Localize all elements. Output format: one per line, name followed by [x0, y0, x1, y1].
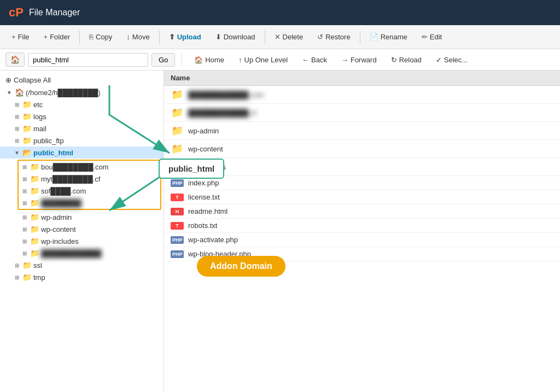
file-name: robots.txt [188, 221, 217, 230]
tree-item-wp-content[interactable]: ⊞ 📁 wp-content [0, 223, 164, 235]
nav-home-button[interactable]: 🏠 Home [189, 54, 230, 66]
expand-icon: ▼ [5, 90, 13, 96]
tree-item-blurred1[interactable]: ⊞ 📁 ████████████ [0, 247, 164, 259]
separator [79, 31, 80, 44]
tree-label: wp-content [41, 225, 76, 233]
expand-icon: ▼ [13, 150, 21, 156]
tree-item-addon2[interactable]: ⊞ 📁 myt████████.cf [19, 173, 160, 185]
move-icon: ↕ [126, 33, 130, 41]
tree-label: tmp [33, 273, 45, 282]
file-row[interactable]: T license.txt [164, 190, 560, 204]
new-folder-button[interactable]: + Folder [38, 30, 76, 44]
folder-icon: 📁 [22, 136, 32, 145]
separator [159, 31, 160, 44]
file-name: wp-admin [188, 127, 219, 135]
file-row[interactable]: T robots.txt [164, 219, 560, 233]
file-name: wp-activate.php [188, 236, 238, 244]
nav-up-button[interactable]: ↑ Up One Level [233, 54, 293, 66]
separator [182, 53, 182, 66]
file-row[interactable]: 📁 ████████████.com [164, 86, 560, 104]
file-row[interactable]: PHP index.php [164, 176, 560, 190]
back-icon: ← [302, 56, 309, 64]
nav-reload-button[interactable]: ↻ Reload [386, 54, 427, 66]
tree-item-addon3[interactable]: ⊞ 📁 sof████.com [19, 185, 160, 197]
file-row[interactable]: 📁 wp-content [164, 140, 560, 158]
expand-icon: ⊞ [13, 126, 21, 132]
address-input[interactable] [28, 53, 148, 67]
addon-domain-group: ⊞ 📁 bou████████.com ⊞ 📁 myt████████.cf ⊞… [18, 160, 161, 210]
expand-icon: ⊞ [21, 188, 28, 194]
folder-icon: 📁 [30, 162, 39, 171]
folder-icon: 📂 [22, 148, 32, 157]
tree-item-public-ftp[interactable]: ⊞ 📁 public_ftp [0, 134, 164, 147]
restore-icon: ↺ [317, 33, 323, 41]
edit-button[interactable]: ✏ Edit [416, 30, 448, 44]
tree-item-ssl[interactable]: ⊞ 📁 ssl [0, 259, 164, 271]
select-icon: ✓ [436, 56, 442, 64]
collapse-all-button[interactable]: ⊕ Collapse All [0, 74, 164, 86]
tree-item-wp-includes[interactable]: ⊞ 📁 wp-includes [0, 235, 164, 247]
tree-item-addon4[interactable]: ⊞ 📁 ████████ [19, 197, 160, 209]
file-row[interactable]: 📁 wp-admin [164, 122, 560, 140]
expand-icon: ⊞ [13, 138, 21, 144]
tree-label: ████████████ [41, 249, 102, 258]
app-title: File Manager [29, 8, 80, 17]
tree-item-public-html[interactable]: ▼ 📂 public_html [0, 147, 164, 159]
folder-icon: 📁 [30, 186, 39, 195]
expand-icon: ⊞ [21, 200, 28, 206]
file-row[interactable]: PHP wp-activate.php [164, 233, 560, 247]
callout-public-html: public_html [159, 159, 224, 179]
tree-item-tmp[interactable]: ⊞ 📁 tmp [0, 271, 164, 283]
tree-label: sof████.com [41, 187, 86, 195]
tree-item-addon1[interactable]: ⊞ 📁 bou████████.com [19, 161, 160, 173]
expand-icon: ⊞ [21, 250, 28, 256]
new-file-button[interactable]: + File [5, 30, 36, 44]
download-icon: ⬇ [215, 33, 221, 41]
html-icon: H [171, 208, 184, 215]
address-home-button[interactable]: 🏠 [5, 52, 25, 67]
plus-icon: + [44, 33, 48, 41]
tree-label: logs [33, 113, 46, 121]
tree-item-etc[interactable]: ⊞ 📁 etc [0, 98, 164, 110]
tree-label: mail [33, 125, 46, 133]
restore-button[interactable]: ↺ Restore [311, 30, 357, 44]
file-row[interactable]: 📁 ████████████.cf [164, 104, 560, 122]
tree-item-mail[interactable]: ⊞ 📁 mail [0, 122, 164, 134]
tree-item-wp-admin[interactable]: ⊞ 📁 wp-admin [0, 211, 164, 223]
tree-label: ████████ [41, 199, 81, 207]
nav-forward-button[interactable]: → Forward [336, 54, 382, 66]
folder-icon: 📁 [22, 100, 32, 109]
nav-select-button[interactable]: ✓ Selec... [430, 54, 473, 66]
upload-button[interactable]: ⬆ Upload [163, 30, 207, 44]
expand-icon: ⊞ [13, 102, 21, 108]
file-list: Name 📁 ████████████.com 📁 ████████████.c… [164, 71, 560, 392]
rename-icon: 📄 [370, 33, 378, 41]
file-row[interactable]: H readme.html [164, 204, 560, 219]
plus-icon: + [11, 33, 16, 41]
download-button[interactable]: ⬇ Download [209, 30, 261, 44]
folder-icon: 📁 [22, 124, 32, 133]
txt-icon: T [171, 194, 184, 201]
tree-item-logs[interactable]: ⊞ 📁 logs [0, 110, 164, 122]
address-go-button[interactable]: Go [151, 53, 175, 67]
copy-button[interactable]: ⎘ Copy [83, 30, 118, 44]
expand-icon: ⊞ [21, 226, 28, 232]
php-icon: PHP [171, 179, 184, 187]
file-name: readme.html [188, 207, 228, 215]
folder-icon: 📁 [171, 143, 184, 155]
nav-back-button[interactable]: ← Back [296, 54, 332, 66]
folder-icon: 📁 [30, 213, 39, 221]
folder-icon: 📁 [22, 273, 32, 282]
tree-item-home[interactable]: ▼ 🏠 (/home2/h████████) [0, 86, 164, 98]
tree-label: (/home2/h████████) [26, 89, 101, 97]
app-header: cP File Manager [0, 0, 560, 25]
rename-button[interactable]: 📄 Rename [364, 30, 413, 44]
separator [265, 31, 265, 44]
delete-button[interactable]: ✕ Delete [269, 30, 310, 44]
php-icon: PHP [171, 236, 184, 244]
php-icon: PHP [171, 250, 184, 258]
move-button[interactable]: ↕ Move [120, 30, 155, 44]
reload-icon: ↻ [391, 56, 397, 64]
txt-icon: T [171, 222, 184, 230]
copy-icon: ⎘ [89, 33, 94, 41]
